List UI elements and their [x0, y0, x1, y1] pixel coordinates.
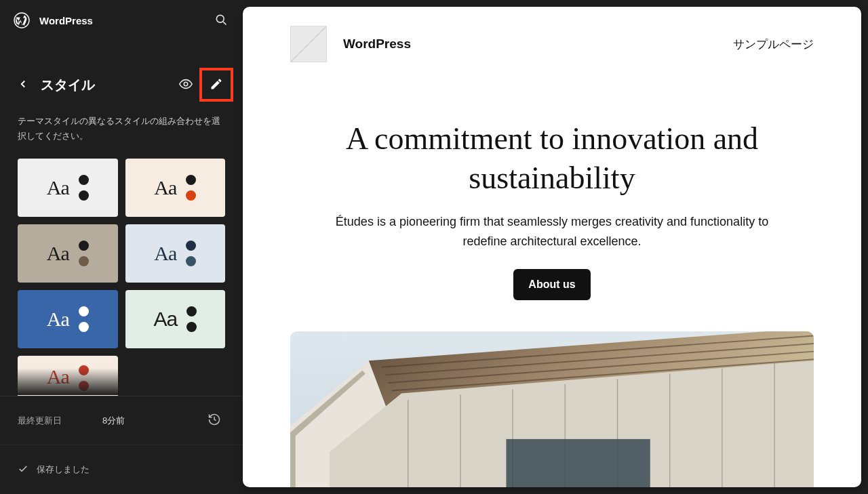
- svg-point-1: [216, 15, 224, 22]
- panel-title: スタイル: [41, 76, 164, 94]
- sidebar-topbar: WordPress: [0, 0, 243, 41]
- svg-rect-22: [506, 439, 650, 487]
- style-preview-button[interactable]: [174, 73, 198, 97]
- style-variation-2[interactable]: Aa: [125, 159, 226, 217]
- color-dots: [186, 241, 196, 266]
- hero-cta-button[interactable]: About us: [513, 269, 590, 300]
- color-dot-1: [186, 306, 197, 316]
- color-dots: [79, 365, 89, 391]
- color-dots: [186, 306, 197, 332]
- preview-frame-wrap: WordPress サンプルページ A commitment to innova…: [243, 0, 868, 494]
- last-updated-value: 8分前: [102, 415, 125, 427]
- edit-styles-button[interactable]: [204, 73, 229, 97]
- color-dot-2: [186, 190, 196, 201]
- last-updated-row: 最終更新日 8分前: [0, 396, 243, 445]
- style-variation-5[interactable]: Aa: [18, 290, 118, 348]
- site-brand: WordPress: [290, 26, 411, 62]
- site-logo-placeholder[interactable]: [290, 26, 327, 62]
- color-dot-1: [79, 241, 89, 251]
- edit-highlight-box: [199, 68, 233, 102]
- nav-link-sample[interactable]: サンプルページ: [733, 38, 814, 51]
- color-dots: [186, 175, 196, 201]
- site-header: WordPress サンプルページ: [243, 7, 861, 62]
- site-nav: サンプルページ: [733, 37, 814, 52]
- style-variation-6[interactable]: Aa: [125, 290, 226, 348]
- panel-header-actions: [174, 68, 233, 102]
- check-icon: [18, 464, 28, 476]
- save-status-text: 保存しました: [37, 464, 90, 476]
- style-variation-3[interactable]: Aa: [18, 224, 118, 283]
- color-dot-2: [186, 256, 196, 266]
- history-icon: [208, 413, 221, 428]
- color-dot-2: [79, 190, 89, 201]
- color-dot-2: [79, 381, 89, 391]
- hero-title[interactable]: A commitment to innovation and sustainab…: [297, 119, 807, 197]
- typography-sample: Aa: [154, 242, 176, 265]
- color-dot-1: [79, 365, 89, 375]
- color-dot-1: [79, 175, 89, 185]
- last-updated-label: 最終更新日: [18, 415, 62, 427]
- svg-point-3: [184, 82, 188, 86]
- svg-line-2: [223, 22, 226, 24]
- style-variation-1[interactable]: Aa: [18, 159, 118, 217]
- color-dot-2: [186, 322, 197, 332]
- search-button[interactable]: [209, 8, 233, 33]
- panel-description: テーマスタイルの異なるスタイルの組み合わせを選択してください。: [0, 107, 243, 146]
- style-variation-7[interactable]: Aa: [18, 356, 118, 396]
- app-name: WordPress: [39, 15, 93, 26]
- color-dot-2: [79, 256, 89, 266]
- color-dots: [79, 241, 89, 266]
- typography-sample: Aa: [153, 308, 177, 331]
- typography-sample: Aa: [47, 242, 69, 265]
- hero-image[interactable]: [290, 331, 814, 487]
- site-editor-sidebar: WordPress スタイル: [0, 0, 243, 494]
- typography-sample: Aa: [47, 176, 69, 199]
- color-dots: [79, 306, 89, 332]
- typography-sample: Aa: [47, 365, 69, 388]
- search-icon: [214, 13, 228, 28]
- style-variation-4[interactable]: Aa: [125, 224, 226, 283]
- color-dot-2: [79, 322, 89, 332]
- revisions-button[interactable]: [203, 410, 225, 432]
- pencil-icon: [210, 77, 223, 93]
- color-dot-1: [186, 241, 196, 251]
- typography-sample: Aa: [154, 176, 176, 199]
- eye-icon: [178, 77, 193, 94]
- save-status-row: 保存しました: [0, 445, 243, 494]
- style-variation-grid: AaAaAaAaAaAaAa: [0, 146, 243, 396]
- color-dot-1: [79, 306, 89, 316]
- wordpress-logo-icon: [14, 12, 30, 28]
- site-preview[interactable]: WordPress サンプルページ A commitment to innova…: [243, 7, 861, 487]
- panel-header: スタイル: [0, 41, 243, 107]
- chevron-left-icon: [17, 78, 29, 92]
- site-title[interactable]: WordPress: [343, 37, 411, 52]
- hero-body[interactable]: Études is a pioneering firm that seamles…: [335, 212, 769, 251]
- app-brand[interactable]: WordPress: [14, 12, 93, 28]
- back-button[interactable]: [15, 77, 31, 93]
- color-dots: [79, 175, 89, 201]
- color-dot-1: [186, 175, 196, 185]
- hero-section: A commitment to innovation and sustainab…: [243, 62, 861, 300]
- typography-sample: Aa: [47, 308, 69, 331]
